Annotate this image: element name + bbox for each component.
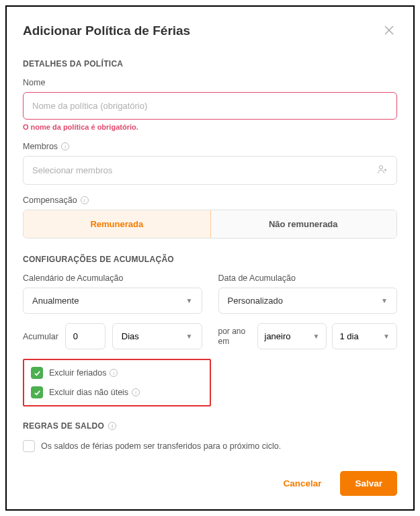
per-year-day-select[interactable]: 1 dia ▼ <box>332 323 397 349</box>
modal-footer: Cancelar Salvar <box>274 471 397 496</box>
accumulate-col: Acumular Dias ▼ <box>23 323 202 349</box>
exclude-holidays-label: Excluir feriados i <box>49 368 118 378</box>
accrual-date-col: Data de Acumulação Personalizado ▼ <box>218 273 398 314</box>
exclude-nonworking-row: Excluir dias não úteis i <box>31 386 203 398</box>
compensation-toggle: Remunerada Não remunerada <box>23 210 397 239</box>
close-icon <box>384 25 394 36</box>
chevron-down-icon: ▼ <box>313 333 320 340</box>
per-year-month-select[interactable]: janeiro ▼ <box>257 323 327 349</box>
section-balance-title: REGRAS DE SALDO i <box>23 421 397 431</box>
check-icon <box>34 370 41 377</box>
close-button[interactable] <box>381 22 397 40</box>
info-icon[interactable]: i <box>132 388 140 396</box>
name-label: Nome <box>23 78 397 87</box>
name-input[interactable] <box>23 92 397 120</box>
add-member-icon <box>377 165 388 176</box>
accumulate-label: Acumular <box>23 332 58 341</box>
accumulate-value-input[interactable] <box>65 323 106 349</box>
accrual-schedule-select[interactable]: Anualmente ▼ <box>23 288 202 314</box>
save-button[interactable]: Salvar <box>340 471 397 496</box>
modal-title: Adicionar Política de Férias <box>23 24 190 38</box>
chevron-down-icon: ▼ <box>381 297 388 304</box>
members-select[interactable]: Selecionar membros <box>23 156 397 185</box>
per-year-col: por ano em janeiro ▼ 1 dia ▼ <box>218 323 398 349</box>
members-field-group: Membros i Selecionar membros <box>23 142 397 185</box>
accumulate-unit-select[interactable]: Dias ▼ <box>112 323 202 349</box>
exclude-holidays-row: Excluir feriados i <box>31 367 203 379</box>
carryover-row: Os saldos de férias podem ser transferid… <box>23 440 397 452</box>
info-icon[interactable]: i <box>61 142 69 150</box>
compensation-paid-option[interactable]: Remunerada <box>23 210 211 239</box>
check-icon <box>34 389 41 396</box>
chevron-down-icon: ▼ <box>186 297 193 304</box>
chevron-down-icon: ▼ <box>186 333 193 340</box>
name-error-message: O nome da política é obrigatório. <box>23 123 397 131</box>
svg-point-2 <box>380 166 383 169</box>
accrual-row-2: Acumular Dias ▼ por ano em janeiro ▼ 1 d… <box>23 323 397 349</box>
info-icon[interactable]: i <box>81 196 89 204</box>
add-vacation-policy-modal: Adicionar Política de Férias DETALHES DA… <box>5 5 415 511</box>
section-details-title: DETALHES DA POLÍTICA <box>23 59 397 69</box>
compensation-field-group: Compensação i Remunerada Não remunerada <box>23 196 397 239</box>
carryover-checkbox[interactable] <box>23 440 35 452</box>
chevron-down-icon: ▼ <box>383 333 390 340</box>
accrual-date-select[interactable]: Personalizado ▼ <box>218 288 398 314</box>
carryover-label: Os saldos de férias podem ser transferid… <box>41 441 281 451</box>
section-accrual-title: CONFIGURAÇÕES DE ACUMULAÇÃO <box>23 255 397 264</box>
name-field-group: Nome O nome da política é obrigatório. <box>23 78 397 131</box>
accrual-date-label: Data de Acumulação <box>218 273 398 283</box>
exclude-nonworking-label: Excluir dias não úteis i <box>49 388 140 397</box>
accrual-row-1: Calendário de Acumulação Anualmente ▼ Da… <box>23 273 397 314</box>
info-icon[interactable]: i <box>110 369 118 377</box>
balance-section: REGRAS DE SALDO i Os saldos de férias po… <box>23 421 397 452</box>
per-year-label: por ano em <box>218 327 252 346</box>
members-label: Membros i <box>23 142 397 151</box>
modal-header: Adicionar Política de Férias <box>23 22 397 40</box>
compensation-unpaid-option[interactable]: Não remunerada <box>210 210 397 238</box>
exclude-holidays-checkbox[interactable] <box>31 367 43 379</box>
cancel-button[interactable]: Cancelar <box>274 472 331 495</box>
exclude-nonworking-checkbox[interactable] <box>31 386 43 398</box>
info-icon[interactable]: i <box>108 422 116 430</box>
accrual-schedule-label: Calendário de Acumulação <box>23 273 202 283</box>
exclude-options-highlight: Excluir feriados i Excluir dias não útei… <box>23 359 211 406</box>
accrual-schedule-col: Calendário de Acumulação Anualmente ▼ <box>23 273 202 314</box>
compensation-label: Compensação i <box>23 196 397 205</box>
